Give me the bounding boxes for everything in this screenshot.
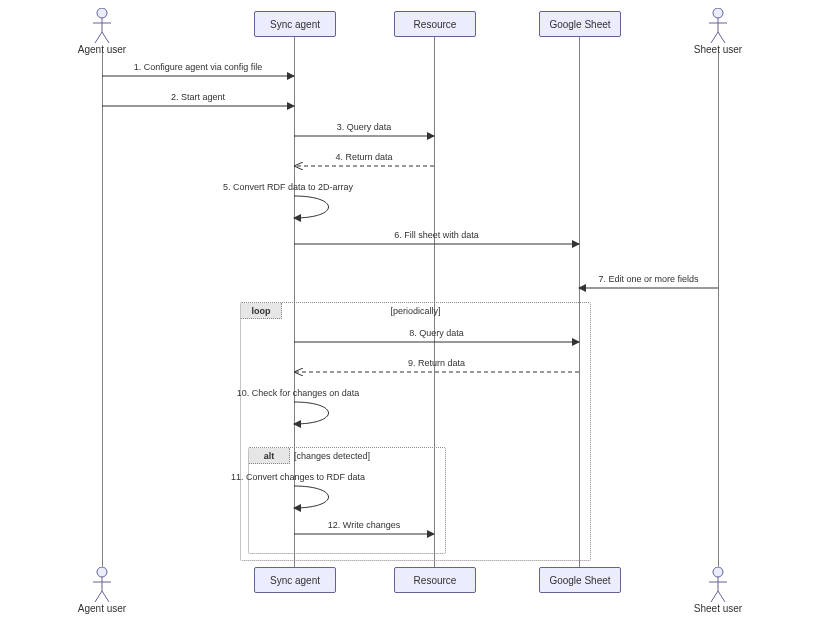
svg-point-0 xyxy=(97,8,107,18)
actor-agent-user-bottom: Agent user xyxy=(72,567,132,614)
frame-alt-label: alt xyxy=(249,448,290,464)
participant-sync-agent-bottom: Sync agent xyxy=(254,567,336,593)
svg-line-13 xyxy=(95,591,102,602)
msg-4-label: 4. Return data xyxy=(294,152,434,162)
lifeline-sheet-user xyxy=(718,48,719,567)
actor-sheet-user-bottom: Sheet user xyxy=(688,567,748,614)
participant-label: Agent user xyxy=(72,603,132,614)
msg-5-label: 5. Convert RDF data to 2D-array xyxy=(198,182,378,192)
participant-label: Resource xyxy=(414,575,457,586)
participant-google-sheet-bottom: Google Sheet xyxy=(539,567,621,593)
participant-sync-agent-top: Sync agent xyxy=(254,11,336,37)
participant-resource-bottom: Resource xyxy=(394,567,476,593)
svg-line-4 xyxy=(102,32,109,43)
msg-8-label: 8. Query data xyxy=(294,328,579,338)
msg-1-label: 1. Configure agent via config file xyxy=(102,62,294,72)
msg-2-label: 2. Start agent xyxy=(102,92,294,102)
svg-point-5 xyxy=(713,8,723,18)
participant-label: Sync agent xyxy=(270,575,320,586)
person-icon xyxy=(93,8,111,44)
svg-line-9 xyxy=(718,32,725,43)
msg-9-label: 9. Return data xyxy=(294,358,579,368)
participant-label: Google Sheet xyxy=(549,575,610,586)
participant-label: Sync agent xyxy=(270,19,320,30)
lifeline-agent-user xyxy=(102,48,103,567)
participant-label: Sheet user xyxy=(688,44,748,55)
participant-label: Agent user xyxy=(72,44,132,55)
msg-6-label: 6. Fill sheet with data xyxy=(294,230,579,240)
participant-google-sheet-top: Google Sheet xyxy=(539,11,621,37)
frame-loop-label: loop xyxy=(241,303,282,319)
person-icon xyxy=(709,8,727,44)
svg-line-8 xyxy=(711,32,718,43)
frame-alt-guard: [changes detected] xyxy=(294,448,370,463)
svg-line-18 xyxy=(711,591,718,602)
participant-label: Sheet user xyxy=(688,603,748,614)
person-icon xyxy=(93,567,111,603)
frame-alt: alt [changes detected] xyxy=(248,447,446,554)
svg-line-14 xyxy=(102,591,109,602)
msg-11-label: 11. Convert changes to RDF data xyxy=(218,472,378,482)
participant-label: Google Sheet xyxy=(549,19,610,30)
msg-12-label: 12. Write changes xyxy=(294,520,434,530)
frame-loop-guard: [periodically] xyxy=(390,303,440,318)
msg-3-label: 3. Query data xyxy=(294,122,434,132)
participant-resource-top: Resource xyxy=(394,11,476,37)
actor-agent-user-top: Agent user xyxy=(72,8,132,55)
msg-10-label: 10. Check for changes on data xyxy=(218,388,378,398)
svg-line-3 xyxy=(95,32,102,43)
svg-point-10 xyxy=(97,567,107,577)
actor-sheet-user-top: Sheet user xyxy=(688,8,748,55)
svg-line-19 xyxy=(718,591,725,602)
person-icon xyxy=(709,567,727,603)
svg-point-15 xyxy=(713,567,723,577)
participant-label: Resource xyxy=(414,19,457,30)
msg-7-label: 7. Edit one or more fields xyxy=(579,274,718,284)
